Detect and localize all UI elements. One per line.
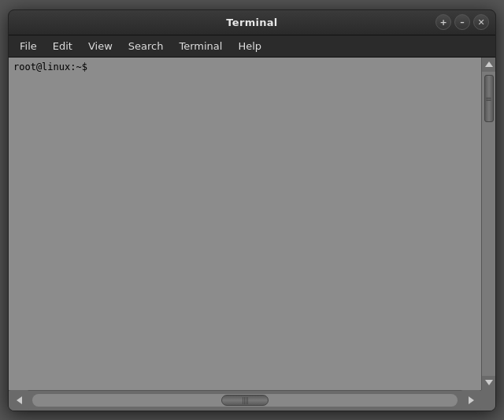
svg-marker-0 [485, 61, 493, 67]
titlebar: Terminal + – ✕ [9, 10, 495, 35]
scroll-up-button[interactable] [482, 58, 496, 72]
bottom-bar [9, 390, 495, 411]
terminal-content[interactable]: root@linux:~$ [9, 58, 481, 390]
scroll-corner [481, 390, 495, 411]
svg-marker-3 [469, 396, 474, 404]
menu-view[interactable]: View [80, 39, 120, 54]
menu-help[interactable]: Help [230, 39, 269, 54]
terminal-prompt: root@linux:~$ [13, 61, 87, 72]
scroll-down-button[interactable] [482, 376, 496, 390]
add-button[interactable]: + [435, 14, 451, 30]
scroll-track-horizontal[interactable] [32, 394, 458, 407]
terminal-window: Terminal + – ✕ File Edit View Search Ter… [8, 9, 496, 411]
svg-marker-2 [17, 396, 22, 404]
close-button[interactable]: ✕ [473, 14, 489, 30]
menubar: File Edit View Search Terminal Help [9, 35, 495, 58]
scroll-right-button[interactable] [461, 390, 481, 411]
scroll-thumb-vertical[interactable] [484, 75, 494, 122]
window-title: Terminal [226, 17, 277, 28]
terminal-area: root@linux:~$ [9, 58, 495, 390]
scroll-track-vertical[interactable] [482, 72, 495, 376]
menu-search[interactable]: Search [120, 39, 172, 54]
scrollbar-vertical [481, 58, 495, 390]
menu-terminal[interactable]: Terminal [171, 39, 230, 54]
minimize-button[interactable]: – [454, 14, 470, 30]
window-controls: + – ✕ [435, 14, 489, 30]
svg-marker-1 [485, 380, 493, 385]
scroll-thumb-horizontal[interactable] [221, 395, 269, 406]
scroll-left-button[interactable] [9, 390, 29, 411]
menu-file[interactable]: File [12, 39, 45, 54]
menu-edit[interactable]: Edit [45, 39, 80, 54]
